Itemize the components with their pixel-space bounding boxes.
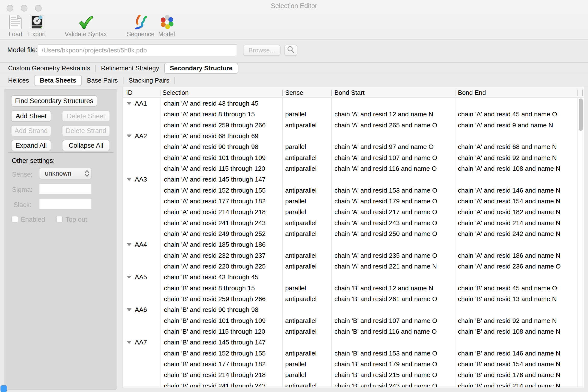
table-row[interactable]: chain 'B' and resid 259 through 266antip… [123, 294, 584, 304]
table-row[interactable]: chain 'A' and resid 241 through 243antip… [123, 218, 584, 228]
protein-ribbon-icon [134, 14, 148, 30]
table-row[interactable]: chain 'B' and resid 152 through 155antip… [123, 348, 584, 359]
table-row[interactable]: AA4chain 'A' and resid 185 through 186 [123, 239, 584, 250]
row-bond-end: chain 'A' and resid 45 and name O [455, 109, 584, 120]
table-row[interactable]: AA5chain 'B' and resid 43 through 45 [123, 272, 584, 282]
table-row[interactable]: chain 'B' and resid 214 through 218paral… [123, 370, 584, 380]
row-bond-start: chain 'A' and resid 235 and name O [331, 250, 455, 261]
row-bond-start [331, 337, 455, 348]
collapse-all-button[interactable]: Collapse All [62, 140, 110, 151]
column-header-bond-end[interactable]: Bond End [458, 89, 486, 96]
disclosure-triangle-icon[interactable] [127, 178, 132, 181]
disclosure-triangle-icon[interactable] [127, 243, 132, 246]
validate-syntax-toolbar-button[interactable]: Validate Syntax [62, 14, 110, 38]
table-row[interactable]: AA3chain 'A' and resid 145 through 147 [123, 174, 584, 185]
sequence-toolbar-button[interactable]: Sequence [125, 14, 156, 38]
table-row[interactable]: chain 'B' and resid 115 through 120antip… [123, 326, 584, 337]
add-strand-button[interactable]: Add Strand [11, 125, 51, 136]
table-row[interactable]: chain 'A' and resid 90 through 98paralle… [123, 141, 584, 152]
enabled-checkbox[interactable] [12, 216, 18, 222]
table-row[interactable]: AA1chain 'A' and resid 43 through 45 [123, 98, 584, 109]
disclosure-triangle-icon[interactable] [127, 341, 132, 344]
row-sense: parallel [282, 359, 331, 370]
row-selection: chain 'A' and resid 185 through 186 [160, 239, 282, 250]
add-sheet-button[interactable]: Add Sheet [11, 110, 51, 122]
table-row[interactable]: chain 'A' and resid 152 through 155antip… [123, 185, 584, 196]
delete-sheet-button[interactable]: Delete Sheet [62, 110, 110, 122]
column-header-bond-start[interactable]: Bond Start [334, 89, 364, 96]
sense-dropdown[interactable]: unknown [39, 168, 92, 179]
model-file-input[interactable] [38, 44, 237, 56]
table-row[interactable]: AA6chain 'B' and resid 90 through 98 [123, 304, 584, 315]
table-row[interactable]: chain 'B' and resid 101 through 109antip… [123, 315, 584, 326]
column-divider[interactable] [455, 90, 456, 96]
table-row[interactable]: chain 'A' and resid 232 through 237antip… [123, 250, 584, 261]
disclosure-triangle-icon[interactable] [127, 276, 132, 279]
load-toolbar-button[interactable]: Load [4, 14, 26, 38]
delete-strand-button[interactable]: Delete Strand [62, 125, 110, 136]
row-sense: antiparallel [282, 326, 331, 337]
table-row[interactable]: chain 'A' and resid 101 through 109antip… [123, 152, 584, 163]
tab-secondary-structure[interactable]: Secondary Structure [164, 63, 238, 74]
column-header-selection[interactable]: Selection [162, 89, 189, 96]
tab-base-pairs[interactable]: Base Pairs [82, 76, 123, 86]
expand-all-button[interactable]: Expand All [11, 140, 51, 151]
table-row[interactable]: chain 'A' and resid 220 through 225antip… [123, 261, 584, 272]
disclosure-triangle-icon[interactable] [127, 134, 132, 138]
row-bond-start: chain 'B' and resid 261 and name O [331, 294, 455, 304]
row-id-label: AA2 [135, 130, 147, 141]
table-row[interactable]: chain 'A' and resid 214 through 218paral… [123, 206, 584, 217]
table-row[interactable]: chain 'B' and resid 8 through 15parallel… [123, 283, 584, 294]
browse-button[interactable]: Browse... [243, 44, 280, 56]
sigma-input[interactable] [39, 184, 92, 194]
row-bond-start: chain 'B' and resid 153 and name O [331, 348, 455, 359]
row-bond-end: chain 'A' and resid 92 and name N [455, 152, 584, 163]
find-secondary-structures-button[interactable]: Find Secondary Structures [11, 95, 97, 106]
disclosure-triangle-icon[interactable] [127, 102, 132, 105]
tab-beta-sheets[interactable]: Beta Sheets [34, 75, 82, 86]
table-row[interactable]: chain 'A' and resid 8 through 15parallel… [123, 109, 584, 120]
column-header-id[interactable]: ID [126, 89, 132, 96]
row-bond-start: chain 'A' and resid 116 and name O [331, 163, 455, 174]
table-row[interactable]: chain 'B' and resid 177 through 182paral… [123, 359, 584, 370]
column-divider[interactable] [160, 90, 160, 96]
row-bond-end [455, 98, 584, 109]
row-id-cell [123, 163, 160, 174]
column-divider[interactable] [282, 90, 283, 96]
sigma-label: Sigma: [12, 186, 32, 194]
export-toolbar-button[interactable]: Export [26, 14, 48, 38]
table-row[interactable]: chain 'A' and resid 115 through 120antip… [123, 163, 584, 174]
model-toolbar-button[interactable]: Model [155, 14, 178, 38]
slack-input[interactable] [39, 199, 92, 210]
tab-helices[interactable]: Helices [3, 76, 34, 86]
top-out-checkbox[interactable] [56, 216, 63, 222]
table-row[interactable]: chain 'A' and resid 177 through 182paral… [123, 196, 584, 206]
row-selection: chain 'B' and resid 214 through 218 [160, 370, 282, 380]
table-row[interactable]: AA7chain 'B' and resid 145 through 147 [123, 337, 584, 348]
toolbar-label: Export [28, 30, 46, 38]
column-divider[interactable] [578, 90, 578, 96]
row-bond-end: chain 'B' and resid 214 and name N [455, 380, 584, 387]
row-bond-end: chain 'A' and resid 242 and name N [455, 228, 584, 239]
table-row[interactable]: chain 'A' and resid 259 through 266antip… [123, 120, 584, 130]
tab-custom-geometry-restraints[interactable]: Custom Geometry Restraints [3, 63, 95, 74]
search-file-button[interactable] [284, 44, 298, 56]
row-bond-start [331, 98, 455, 109]
row-selection: chain 'A' and resid 259 through 266 [160, 120, 282, 130]
panel-divider [8, 152, 114, 153]
table-row[interactable]: AA2chain 'A' and resid 68 through 69 [123, 130, 584, 141]
tab-refinement-strategy[interactable]: Refinement Strategy [96, 63, 164, 74]
column-divider[interactable] [331, 90, 332, 96]
column-header-sense[interactable]: Sense [285, 89, 303, 96]
column-divider[interactable] [582, 90, 583, 96]
table-row[interactable]: chain 'B' and resid 241 through 243antip… [123, 380, 584, 387]
row-selection: chain 'A' and resid 220 through 225 [160, 261, 282, 272]
row-id-cell [123, 348, 160, 359]
tab-stacking-pairs[interactable]: Stacking Pairs [124, 76, 174, 86]
row-selection: chain 'B' and resid 115 through 120 [160, 326, 282, 337]
table-row[interactable]: chain 'A' and resid 249 through 252antip… [123, 228, 584, 239]
disclosure-triangle-icon[interactable] [127, 308, 132, 312]
vertical-scrollbar-thumb[interactable] [579, 98, 583, 131]
row-sense: antiparallel [282, 218, 331, 228]
row-bond-end: chain 'B' and resid 154 and name N [455, 359, 584, 370]
